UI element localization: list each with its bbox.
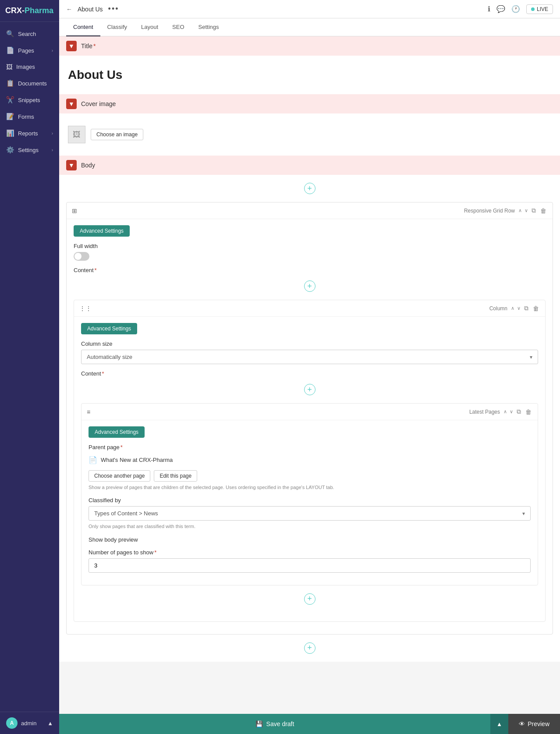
- full-width-label: Full width: [74, 243, 546, 249]
- logo: CRX-Pharma: [0, 0, 59, 22]
- avatar: A: [6, 717, 18, 729]
- column-down-arrow[interactable]: ∨: [517, 305, 521, 311]
- required-star: *: [93, 43, 96, 50]
- body-toggle-button[interactable]: ▼: [66, 160, 77, 170]
- column-up-arrow[interactable]: ∧: [511, 305, 514, 311]
- tab-settings[interactable]: Settings: [191, 18, 226, 36]
- tab-layout[interactable]: Layout: [134, 18, 165, 36]
- add-block-row-bottom: +: [59, 638, 560, 658]
- search-icon: 🔍: [6, 30, 14, 38]
- cover-image-section-header[interactable]: ▼ Cover image: [59, 94, 560, 113]
- block-copy-button[interactable]: ⧉: [531, 206, 537, 215]
- column-content-label: Content*: [81, 370, 538, 377]
- tabbar: Content Classify Layout SEO Settings: [59, 18, 560, 36]
- column-adv-settings-button[interactable]: Advanced Settings: [81, 323, 137, 334]
- live-label: LIVE: [537, 6, 548, 12]
- column-size-label: Column size: [81, 340, 538, 347]
- block-up-arrow[interactable]: ∧: [518, 208, 522, 213]
- add-block-button-column[interactable]: +: [304, 384, 315, 395]
- choose-image-button[interactable]: Choose an image: [91, 129, 143, 140]
- column-size-select[interactable]: Automatically size ▾: [81, 350, 538, 364]
- num-pages-input[interactable]: 3: [89, 558, 531, 573]
- latest-pages-block-body: Advanced Settings Parent page* 📄: [82, 420, 538, 585]
- latest-pages-down-arrow[interactable]: ∨: [510, 409, 513, 415]
- sidebar-nav: 🔍 Search 📄 Pages › 🖼 Images 📋 Documents …: [0, 22, 59, 712]
- chevron-right-icon: ›: [52, 148, 53, 152]
- topbar: ← About Us ••• ℹ 💬 🕐 LIVE: [59, 0, 560, 18]
- logo-suffix: Pharma: [25, 6, 53, 15]
- add-block-row-top: +: [59, 178, 560, 199]
- info-icon[interactable]: ℹ: [488, 5, 490, 13]
- edit-this-page-button[interactable]: Edit this page: [154, 470, 197, 482]
- preview-label: Preview: [528, 720, 549, 727]
- sidebar-item-snippets[interactable]: ✂️ Snippets: [0, 92, 59, 108]
- block-down-arrow[interactable]: ∨: [525, 208, 528, 213]
- tab-content[interactable]: Content: [66, 18, 100, 36]
- parent-page-name: What's New at CRX-Pharma: [101, 457, 173, 463]
- sidebar-item-search[interactable]: 🔍 Search: [0, 25, 59, 42]
- preview-button[interactable]: 👁 Preview: [508, 714, 560, 734]
- tab-seo[interactable]: SEO: [165, 18, 191, 36]
- reports-icon: 📊: [6, 129, 14, 137]
- sidebar-item-reports[interactable]: 📊 Reports ›: [0, 125, 59, 142]
- latest-pages-copy-button[interactable]: ⧉: [516, 407, 522, 416]
- save-draft-button[interactable]: 💾 Save draft: [59, 714, 490, 734]
- title-section-label: Title*: [81, 43, 96, 50]
- history-icon[interactable]: 🕐: [511, 5, 520, 13]
- add-block-button-bottom[interactable]: +: [304, 642, 315, 654]
- sidebar-item-images[interactable]: 🖼 Images: [0, 59, 59, 75]
- title-toggle-button[interactable]: ▼: [66, 41, 77, 51]
- list-icon: ≡: [87, 408, 90, 415]
- latest-pages-delete-button[interactable]: 🗑: [525, 408, 532, 416]
- forms-icon: 📝: [6, 113, 14, 121]
- title-section-header[interactable]: ▼ Title*: [59, 36, 560, 56]
- sidebar-item-pages[interactable]: 📄 Pages ›: [0, 42, 59, 59]
- chevron-down-icon: ▾: [530, 354, 532, 360]
- cover-image-section-label: Cover image: [81, 100, 116, 107]
- add-block-button-inner[interactable]: +: [304, 280, 315, 292]
- block-delete-button[interactable]: 🗑: [539, 206, 547, 215]
- page-ref-icon: 📄: [89, 456, 97, 464]
- latest-pages-adv-settings-button[interactable]: Advanced Settings: [89, 426, 145, 438]
- username-label: admin: [21, 720, 36, 727]
- column-delete-button[interactable]: 🗑: [532, 304, 540, 313]
- num-pages-value: 3: [94, 562, 97, 569]
- add-block-button-top[interactable]: +: [304, 183, 315, 194]
- cover-image-toggle-button[interactable]: ▼: [66, 99, 77, 109]
- sidebar: CRX-Pharma 🔍 Search 📄 Pages › 🖼 Images 📋…: [0, 0, 59, 734]
- settings-icon: ⚙️: [6, 146, 14, 154]
- sidebar-item-label: Snippets: [18, 97, 40, 103]
- live-button[interactable]: LIVE: [526, 4, 553, 14]
- column-copy-button[interactable]: ⧉: [523, 304, 529, 313]
- save-draft-label: Save draft: [266, 720, 294, 727]
- image-placeholder: 🖼: [68, 126, 85, 143]
- sidebar-footer[interactable]: A admin ▲: [0, 712, 59, 734]
- classified-by-select[interactable]: Types of Content > News ▾: [89, 506, 531, 521]
- latest-pages-block-header: ≡ Latest Pages ∧ ∨ ⧉ 🗑: [82, 404, 538, 420]
- pages-icon: 📄: [6, 46, 14, 54]
- more-options-button[interactable]: •••: [108, 4, 119, 14]
- sidebar-item-settings[interactable]: ⚙️ Settings ›: [0, 142, 59, 158]
- body-section-header[interactable]: ▼ Body: [59, 156, 560, 175]
- chat-icon[interactable]: 💬: [496, 5, 505, 13]
- save-draft-icon: 💾: [255, 720, 263, 727]
- grid-row-adv-settings-button[interactable]: Advanced Settings: [74, 225, 130, 237]
- sidebar-item-forms[interactable]: 📝 Forms: [0, 108, 59, 125]
- back-button[interactable]: ←: [66, 6, 72, 13]
- sidebar-item-documents[interactable]: 📋 Documents: [0, 75, 59, 92]
- body-section-label: Body: [81, 162, 95, 169]
- num-pages-label: Number of pages to show*: [89, 549, 531, 556]
- grid-row-block-body: Advanced Settings Full width Content*: [67, 219, 553, 634]
- chevron-down-icon: ▾: [522, 511, 525, 517]
- preview-icon: 👁: [519, 720, 525, 727]
- title-section-content: About Us: [59, 56, 560, 94]
- add-block-button-after-latest[interactable]: +: [304, 593, 315, 605]
- save-draft-expand-button[interactable]: ▲: [490, 714, 508, 734]
- show-body-preview-field: Show body preview: [89, 536, 531, 543]
- latest-pages-up-arrow[interactable]: ∧: [503, 409, 507, 415]
- full-width-toggle[interactable]: [74, 252, 89, 261]
- choose-another-page-button[interactable]: Choose another page: [89, 470, 150, 482]
- tab-classify[interactable]: Classify: [100, 18, 135, 36]
- column-block-actions: ∧ ∨ ⧉ 🗑: [511, 304, 540, 313]
- page-title: About Us: [68, 63, 551, 87]
